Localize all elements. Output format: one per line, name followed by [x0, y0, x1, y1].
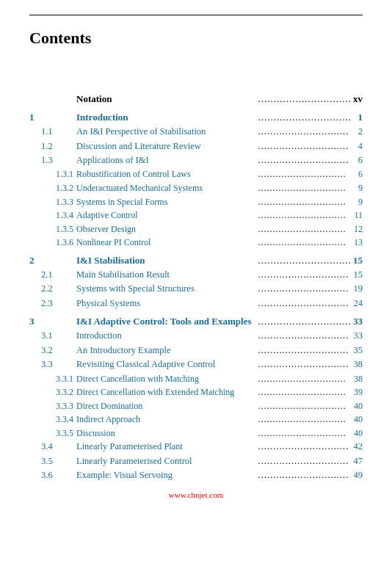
- toc-num: 1.3.1: [29, 167, 76, 181]
- toc-dots: ..............................: [257, 427, 354, 440]
- toc-label: Observer Design: [76, 222, 257, 236]
- toc-num: 1.3.6: [29, 236, 76, 250]
- toc-row: 1.3.4 Adaptive Control .................…: [29, 208, 363, 222]
- toc-dots: ..............................: [257, 440, 354, 454]
- toc-page: 38: [353, 372, 363, 386]
- toc-label: Linearly Parameterised Control: [76, 454, 257, 468]
- toc-dots: ..............................: [257, 250, 354, 268]
- toc-page: 42: [353, 440, 363, 454]
- watermark: www.chnjet.com: [29, 490, 363, 499]
- toc-row: 2.1 Main Stabilisation Result ..........…: [29, 268, 363, 282]
- toc-label: Revisiting Classical Adaptive Control: [76, 358, 257, 371]
- toc-label: Underactuated Mechanical Systems: [76, 181, 257, 195]
- toc-num: 2: [29, 250, 76, 268]
- toc-row: 2 I&I Stabilisation ....................…: [29, 250, 363, 268]
- toc-row: 1.3.5 Observer Design ..................…: [29, 222, 363, 236]
- toc-dots: ..............................: [257, 358, 354, 371]
- toc-dots: ..............................: [257, 268, 354, 282]
- toc-num: 3.1: [29, 329, 76, 343]
- toc-label: Linearly Parameterised Plant: [76, 440, 257, 454]
- toc-label: Physical Systems: [76, 297, 257, 311]
- toc-num: 1.3: [29, 153, 76, 167]
- toc-row: 1.3.3 Systems in Special Forms .........…: [29, 195, 363, 209]
- toc-label: Direct Cancellation with Extended Matchi…: [76, 385, 257, 399]
- toc-page: 11: [353, 208, 363, 222]
- toc-label: Discussion: [76, 427, 257, 440]
- toc-num: 1.3.5: [29, 222, 76, 236]
- toc-dots: ..............................: [257, 399, 354, 413]
- toc-label: I&I Stabilisation: [76, 250, 257, 268]
- toc-page: 9: [353, 195, 363, 209]
- toc-num: 2.2: [29, 282, 76, 296]
- toc-num: 3.3.3: [29, 399, 76, 413]
- toc-page: 35: [353, 344, 363, 358]
- toc-dots: ..............................: [257, 468, 354, 482]
- toc-label: Nonlinear PI Control: [76, 236, 257, 250]
- toc-num: 1.2: [29, 139, 76, 153]
- toc-label: Systems with Special Structures: [76, 282, 257, 296]
- toc-dots: ..............................: [257, 222, 354, 236]
- toc-dots: ..............................: [257, 329, 354, 343]
- toc-page: 47: [353, 454, 363, 468]
- toc-num: 3.3.4: [29, 413, 76, 427]
- toc-dots: ..............................: [257, 167, 354, 181]
- toc-page: 40: [353, 413, 363, 427]
- toc-dots: ..............................: [257, 311, 354, 329]
- toc-label: I&I Adaptive Control: Tools and Examples: [76, 311, 257, 329]
- toc-page: 40: [353, 399, 363, 413]
- toc-dots: ..............................: [257, 181, 354, 195]
- toc-num: 3.3: [29, 358, 76, 371]
- toc-table: Notation .............................. …: [29, 92, 363, 483]
- toc-page: 9: [353, 181, 363, 195]
- toc-dots: ..............................: [257, 139, 354, 153]
- toc-label: Direct Domination: [76, 399, 257, 413]
- toc-num: 1.3.3: [29, 195, 76, 209]
- toc-dots: ..............................: [257, 282, 354, 296]
- toc-row: 3.3 Revisiting Classical Adaptive Contro…: [29, 358, 363, 371]
- toc-page: 19: [353, 282, 363, 296]
- toc-page: 33: [353, 311, 363, 329]
- toc-dots: ..............................: [257, 454, 354, 468]
- page-title: Contents: [29, 29, 363, 48]
- toc-num: 3: [29, 311, 76, 329]
- toc-num: 1.3.4: [29, 208, 76, 222]
- toc-dots: ..............................: [257, 92, 354, 106]
- toc-row: 1.3.1 Robustification of Control Laws ..…: [29, 167, 363, 181]
- toc-page: xv: [353, 92, 363, 106]
- toc-num: 3.5: [29, 454, 76, 468]
- toc-label: An Introductory Example: [76, 344, 257, 358]
- toc-page: 1: [353, 106, 363, 125]
- toc-label: Notation: [76, 92, 257, 106]
- toc-row: 3.3.4 Indirect Approach ................…: [29, 413, 363, 427]
- toc-num: 1.1: [29, 125, 76, 139]
- toc-row: 1.3.2 Underactuated Mechanical Systems .…: [29, 181, 363, 195]
- toc-num: 2.3: [29, 297, 76, 311]
- toc-page: 15: [353, 250, 363, 268]
- toc-row: 1.3.6 Nonlinear PI Control .............…: [29, 236, 363, 250]
- toc-dots: ..............................: [257, 153, 354, 167]
- toc-page: 38: [353, 358, 363, 371]
- top-rule: [29, 15, 363, 15]
- toc-num: 3.2: [29, 344, 76, 358]
- toc-num: 1.3.2: [29, 181, 76, 195]
- toc-dots: ..............................: [257, 195, 354, 209]
- toc-label: Introduction: [76, 329, 257, 343]
- toc-dots: ..............................: [257, 106, 354, 125]
- toc-row: 3.5 Linearly Parameterised Control .....…: [29, 454, 363, 468]
- toc-page: 39: [353, 385, 363, 399]
- toc-dots: ..............................: [257, 208, 354, 222]
- toc-label: Indirect Approach: [76, 413, 257, 427]
- toc-row: 3 I&I Adaptive Control: Tools and Exampl…: [29, 311, 363, 329]
- toc-dots: ..............................: [257, 372, 354, 386]
- toc-page: 40: [353, 427, 363, 440]
- toc-num: 2.1: [29, 268, 76, 282]
- toc-row: 1.1 An I&I Perspective of Stabilisation …: [29, 125, 363, 139]
- toc-label: Applications of I&I: [76, 153, 257, 167]
- toc-dots: ..............................: [257, 385, 354, 399]
- toc-dots: ..............................: [257, 413, 354, 427]
- toc-row: 3.4 Linearly Parameterised Plant .......…: [29, 440, 363, 454]
- toc-label: An I&I Perspective of Stabilisation: [76, 125, 257, 139]
- toc-page: 6: [353, 167, 363, 181]
- toc-num: 1: [29, 106, 76, 125]
- toc-page: 2: [353, 125, 363, 139]
